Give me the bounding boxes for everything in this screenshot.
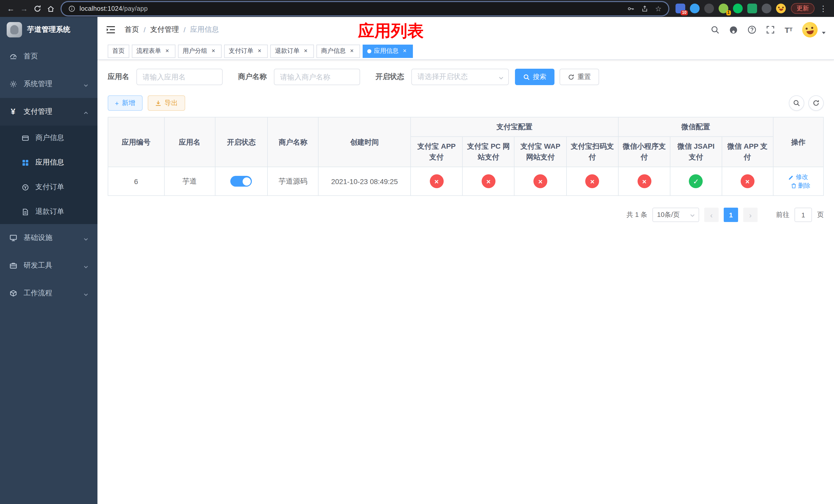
close-icon[interactable]: × — [302, 47, 309, 54]
document-icon — [21, 208, 29, 216]
pencil-icon — [789, 174, 794, 180]
prev-page-button[interactable]: ‹ — [704, 208, 719, 222]
cell-status — [215, 167, 268, 196]
refresh-table-button[interactable] — [808, 95, 824, 111]
merchant-name-input[interactable] — [274, 69, 360, 85]
breadcrumb-current: 应用信息 — [190, 25, 219, 35]
breadcrumb-home[interactable]: 首页 — [125, 25, 139, 35]
close-icon[interactable]: × — [163, 47, 171, 54]
extension-icon-green-square[interactable] — [747, 4, 757, 13]
status-select[interactable]: 请选择开启状态 — [411, 69, 509, 85]
sidebar-item-label: 支付订单 — [36, 183, 64, 192]
reset-button[interactable]: 重置 — [559, 69, 599, 85]
font-size-icon[interactable]: TT — [784, 25, 793, 35]
grid-icon — [21, 158, 29, 167]
col-header-alipay-wap: 支付宝 WAP 网站支付 — [514, 137, 567, 167]
extension-icon-pin[interactable] — [762, 4, 771, 13]
sidebar-fold-icon[interactable] — [105, 24, 116, 36]
tab-pay-order[interactable]: 支付订单× — [224, 44, 268, 58]
help-icon[interactable] — [747, 25, 756, 35]
extension-icon-grid[interactable]: 10 — [676, 4, 685, 13]
share-icon[interactable] — [641, 5, 648, 12]
search-icon[interactable] — [710, 25, 720, 35]
sidebar-item-label: 系统管理 — [24, 79, 52, 89]
github-icon[interactable] — [728, 25, 738, 35]
user-dropdown-caret-icon[interactable] — [821, 28, 826, 33]
export-button[interactable]: 导出 — [148, 95, 185, 111]
search-button[interactable]: 搜索 — [515, 69, 554, 85]
home-icon[interactable] — [44, 2, 58, 15]
reload-icon[interactable] — [31, 2, 44, 15]
extension-icon-wechat[interactable] — [733, 4, 743, 13]
app-shell: 芋道管理系统 首页 系统管理 — [0, 17, 834, 504]
breadcrumb-section[interactable]: 支付管理 — [150, 25, 179, 35]
sidebar-logo[interactable]: 芋道管理系统 — [0, 17, 97, 43]
page-number-button[interactable]: 1 — [724, 208, 738, 222]
tab-merchant-info[interactable]: 商户信息× — [316, 44, 360, 58]
col-header-alipay-pc: 支付宝 PC 网站支付 — [462, 137, 514, 167]
app-name-input[interactable] — [136, 69, 223, 85]
goto-label: 前往 — [776, 210, 789, 220]
extension-icon-leaf[interactable]: 1 — [719, 4, 728, 13]
extension-icon-emoji[interactable] — [776, 4, 786, 13]
browser-menu-icon[interactable]: ⋮ — [816, 2, 830, 15]
active-dot — [367, 49, 371, 53]
wechat-jsapi-status-icon: ✓ — [689, 174, 703, 188]
extension-icon-drop[interactable] — [690, 4, 700, 13]
user-avatar[interactable] — [801, 21, 819, 39]
next-page-button[interactable]: › — [743, 208, 758, 222]
tab-flow-form[interactable]: 流程表单× — [132, 44, 175, 58]
wechat-mini-status-icon: × — [637, 174, 651, 188]
sidebar-item-dev-tools[interactable]: 研发工具 — [0, 252, 97, 279]
close-icon[interactable]: × — [401, 47, 408, 54]
chevron-down-icon — [83, 263, 89, 269]
sidebar-item-workflow[interactable]: 工作流程 — [0, 279, 97, 307]
add-button[interactable]: + 新增 — [108, 95, 142, 111]
tab-refund-order[interactable]: 退款订单× — [270, 44, 314, 58]
sidebar-item-label: 退款订单 — [36, 207, 64, 216]
extension-icon-dark[interactable] — [704, 4, 714, 13]
edit-link[interactable]: 修改 — [789, 173, 808, 181]
password-key-icon[interactable] — [627, 5, 635, 12]
bookmark-star-icon[interactable]: ☆ — [655, 5, 662, 12]
sidebar-item-home[interactable]: 首页 — [0, 43, 97, 70]
close-icon[interactable]: × — [210, 47, 217, 54]
search-icon — [793, 99, 800, 107]
close-icon[interactable]: × — [256, 47, 263, 54]
toggle-search-button[interactable] — [789, 95, 804, 111]
yen-icon: ¥ — [9, 108, 18, 116]
alipay-wap-status-icon: × — [533, 174, 547, 188]
alipay-pc-status-icon: × — [482, 174, 496, 188]
address-bar[interactable]: localhost:1024/pay/app ☆ — [62, 2, 668, 15]
cell-merchant: 芋道源码 — [267, 167, 318, 196]
tab-home[interactable]: 首页 — [108, 44, 129, 58]
chevron-down-icon — [689, 212, 696, 219]
sidebar-item-app-info[interactable]: 应用信息 — [0, 150, 97, 175]
url-text: localhost:1024/pay/app — [80, 5, 148, 12]
back-icon[interactable]: ← — [4, 2, 18, 15]
sidebar-item-merchant-info[interactable]: 商户信息 — [0, 125, 97, 150]
goto-page-input[interactable] — [794, 208, 812, 222]
delete-link[interactable]: 删除 — [791, 181, 810, 190]
sidebar-item-system[interactable]: 系统管理 — [0, 70, 97, 98]
forward-icon[interactable]: → — [18, 2, 31, 15]
refresh-icon — [568, 74, 574, 80]
close-icon[interactable]: × — [348, 47, 355, 54]
sidebar-item-refund-order[interactable]: 退款订单 — [0, 200, 97, 224]
browser-toolbar: ← → localhost:1024/pay/app ☆ 10 — [0, 0, 834, 17]
update-button[interactable]: 更新 — [791, 3, 814, 14]
sidebar-item-payment[interactable]: ¥ 支付管理 — [0, 98, 97, 125]
sidebar-item-pay-order[interactable]: 支付订单 — [0, 175, 97, 200]
alipay-qr-status-icon: × — [586, 174, 599, 188]
tab-user-group[interactable]: 用户分组× — [178, 44, 222, 58]
site-info-icon[interactable] — [68, 5, 75, 12]
chevron-down-icon — [498, 74, 504, 81]
sidebar-item-infrastructure[interactable]: 基础设施 — [0, 224, 97, 252]
status-toggle[interactable] — [231, 176, 252, 187]
alipay-app-status-icon: × — [430, 174, 443, 188]
fullscreen-icon[interactable] — [765, 25, 775, 35]
tab-app-info[interactable]: 应用信息× — [363, 44, 413, 58]
top-navbar: 首页 / 支付管理 / 应用信息 应用列表 — [97, 17, 834, 43]
page-size-select[interactable]: 10条/页 — [653, 208, 699, 222]
sidebar-item-label: 基础设施 — [24, 233, 52, 243]
